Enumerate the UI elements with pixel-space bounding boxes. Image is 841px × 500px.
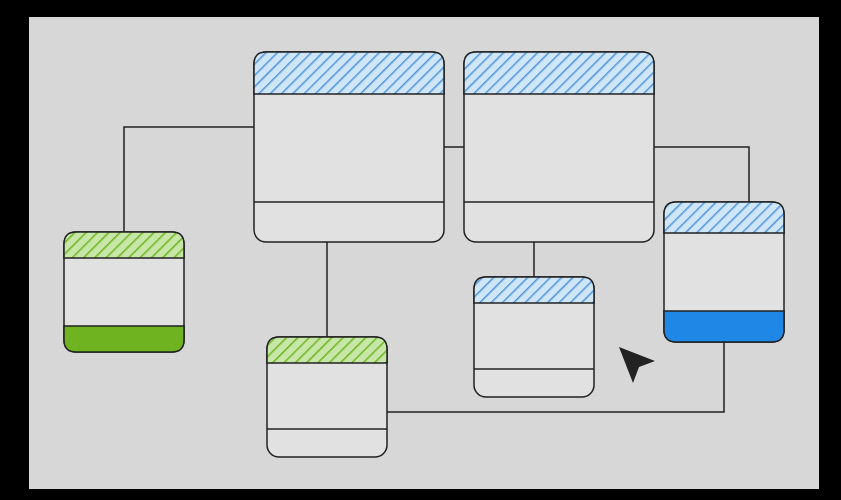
node-E[interactable] bbox=[474, 277, 594, 397]
node-B[interactable] bbox=[254, 52, 444, 242]
node-footer[interactable] bbox=[664, 311, 784, 342]
edge-A-B bbox=[124, 127, 254, 232]
node-footer[interactable] bbox=[64, 326, 184, 352]
edge-C-F bbox=[654, 147, 749, 202]
node-C[interactable] bbox=[464, 52, 654, 242]
diagram-canvas[interactable] bbox=[26, 14, 822, 492]
node-F[interactable] bbox=[664, 202, 784, 342]
node-header[interactable] bbox=[464, 52, 654, 94]
node-D[interactable] bbox=[267, 337, 387, 457]
nodes-layer bbox=[64, 52, 784, 457]
cursor-layer bbox=[619, 347, 655, 383]
node-header[interactable] bbox=[664, 202, 784, 233]
node-header[interactable] bbox=[267, 337, 387, 363]
node-header[interactable] bbox=[474, 277, 594, 303]
cursor-icon bbox=[619, 347, 655, 383]
node-header[interactable] bbox=[254, 52, 444, 94]
node-header[interactable] bbox=[64, 232, 184, 258]
node-A[interactable] bbox=[64, 232, 184, 352]
